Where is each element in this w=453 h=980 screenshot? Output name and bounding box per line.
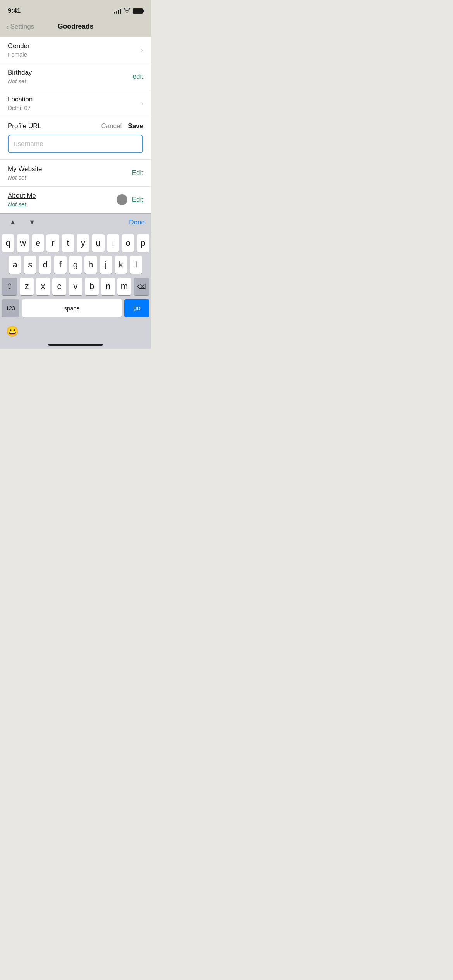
back-chevron-icon: ‹	[6, 23, 9, 31]
emoji-bar: 😀	[0, 322, 151, 341]
key-g[interactable]: g	[69, 256, 82, 274]
about-me-value: Not set	[8, 201, 117, 207]
keyboard-row-4: 123 space go	[2, 299, 149, 317]
key-d[interactable]: d	[39, 256, 51, 274]
profile-url-actions: Cancel Save	[101, 122, 143, 130]
next-field-button[interactable]: ▼	[26, 217, 39, 228]
about-me-edit-button[interactable]: Edit	[132, 196, 143, 204]
done-button[interactable]: Done	[129, 219, 145, 226]
location-item[interactable]: Location Delhi, 07 ›	[0, 90, 151, 117]
signal-icon	[114, 8, 121, 14]
key-u[interactable]: u	[92, 234, 105, 252]
drag-handle-icon	[117, 194, 127, 205]
settings-content: Gender Female › Birthday Not set edit Lo…	[0, 37, 151, 213]
key-p[interactable]: p	[137, 234, 149, 252]
keyboard-row-3: ⇧ z x c v b n m ⌫	[2, 278, 149, 295]
battery-icon	[133, 8, 143, 14]
emoji-button[interactable]: 😀	[6, 326, 19, 338]
website-edit-button[interactable]: Edit	[132, 169, 143, 177]
key-n[interactable]: n	[101, 278, 115, 295]
key-e[interactable]: e	[32, 234, 45, 252]
gender-chevron-icon: ›	[141, 46, 143, 54]
gender-value: Female	[8, 51, 141, 58]
about-me-title: About Me	[8, 192, 117, 200]
location-value: Delhi, 07	[8, 105, 141, 111]
prev-field-button[interactable]: ▲	[6, 217, 19, 228]
key-b[interactable]: b	[85, 278, 99, 295]
nav-bar: ‹ Settings Goodreads	[0, 19, 151, 37]
home-indicator-bar	[0, 341, 151, 349]
location-chevron-icon: ›	[141, 99, 143, 108]
birthday-value: Not set	[8, 78, 133, 84]
save-button[interactable]: Save	[128, 122, 143, 130]
key-t[interactable]: t	[62, 234, 74, 252]
birthday-edit-button[interactable]: edit	[133, 73, 143, 81]
page-title: Goodreads	[58, 22, 93, 31]
website-item[interactable]: My Website Not set Edit	[0, 160, 151, 187]
key-a[interactable]: a	[9, 256, 21, 274]
cancel-button[interactable]: Cancel	[101, 122, 122, 130]
status-time: 9:41	[8, 7, 21, 15]
key-x[interactable]: x	[36, 278, 50, 295]
status-icons	[114, 8, 143, 14]
go-key[interactable]: go	[124, 299, 149, 317]
birthday-title: Birthday	[8, 69, 133, 77]
key-i[interactable]: i	[107, 234, 120, 252]
key-z[interactable]: z	[20, 278, 34, 295]
status-bar: 9:41	[0, 0, 151, 19]
space-key[interactable]: space	[22, 299, 122, 317]
shift-key[interactable]: ⇧	[2, 278, 17, 295]
gender-title: Gender	[8, 42, 141, 50]
back-button[interactable]: ‹ Settings	[6, 23, 34, 31]
wifi-icon	[124, 8, 130, 14]
gender-item[interactable]: Gender Female ›	[0, 37, 151, 63]
website-title: My Website	[8, 165, 132, 173]
key-y[interactable]: y	[77, 234, 89, 252]
home-bar	[48, 344, 103, 346]
location-title: Location	[8, 96, 141, 103]
keyboard: q w e r t y u i o p a s d f g h j k l ⇧ …	[0, 231, 151, 322]
profile-url-section: Profile URL Cancel Save	[0, 117, 151, 160]
key-j[interactable]: j	[100, 256, 112, 274]
website-value: Not set	[8, 174, 132, 181]
key-f[interactable]: f	[54, 256, 67, 274]
delete-key[interactable]: ⌫	[134, 278, 149, 295]
key-o[interactable]: o	[122, 234, 134, 252]
number-key[interactable]: 123	[2, 299, 19, 317]
key-w[interactable]: w	[17, 234, 29, 252]
profile-url-title: Profile URL	[8, 122, 41, 130]
key-m[interactable]: m	[117, 278, 131, 295]
key-s[interactable]: s	[24, 256, 36, 274]
birthday-item[interactable]: Birthday Not set edit	[0, 63, 151, 90]
keyboard-row-1: q w e r t y u i o p	[2, 234, 149, 252]
key-r[interactable]: r	[46, 234, 59, 252]
keyboard-toolbar: ▲ ▼ Done	[0, 213, 151, 231]
about-me-item[interactable]: About Me Not set Edit	[0, 187, 151, 213]
profile-url-header: Profile URL Cancel Save	[8, 122, 143, 130]
key-l[interactable]: l	[130, 256, 142, 274]
username-input[interactable]	[8, 135, 143, 153]
key-q[interactable]: q	[2, 234, 14, 252]
key-h[interactable]: h	[84, 256, 97, 274]
key-v[interactable]: v	[69, 278, 82, 295]
key-c[interactable]: c	[52, 278, 66, 295]
toolbar-arrows: ▲ ▼	[6, 217, 39, 228]
back-label: Settings	[10, 23, 34, 31]
keyboard-row-2: a s d f g h j k l	[2, 256, 149, 274]
key-k[interactable]: k	[115, 256, 127, 274]
